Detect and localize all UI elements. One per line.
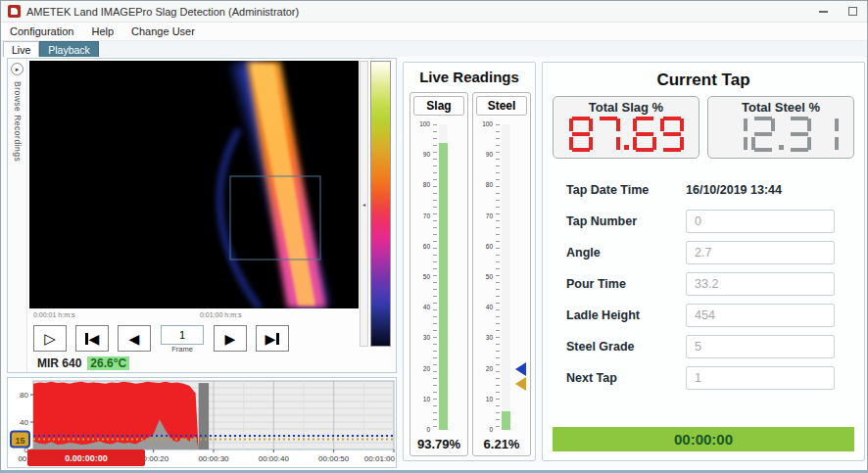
seven-seg-digit [569, 117, 593, 152]
scale-tick-label: 80 [412, 181, 430, 188]
app-logo-icon [8, 5, 21, 18]
steel-grade-input[interactable] [686, 335, 835, 358]
pour-time-input[interactable] [686, 272, 835, 296]
browse-recordings-strip[interactable]: ▸ Browse Recordings [8, 59, 27, 372]
jump-end-icon: ▶ [265, 331, 276, 347]
tap-number-input[interactable] [686, 210, 835, 233]
temperature-badge: 26.6°C [87, 356, 129, 370]
gauge-fill [502, 411, 510, 430]
frame-control: Frame [160, 325, 205, 354]
minimize-icon [819, 11, 828, 13]
svg-text:80: 80 [20, 391, 28, 400]
gauge-track [502, 124, 510, 430]
step-back-button[interactable]: ◀ [118, 325, 151, 352]
svg-text:0.00:00:00: 0.00:00:00 [65, 453, 108, 463]
frame-label: Frame [160, 345, 205, 354]
step-back-icon: ◀ [129, 331, 140, 347]
scale-tick-label: 40 [475, 304, 493, 310]
total-slag-label: Total Slag % [554, 100, 699, 115]
pour-time-label: Pour Time [566, 277, 626, 291]
seven-seg-digit [724, 117, 747, 152]
browse-recordings-label: Browse Recordings [13, 81, 23, 162]
scale-tick-label: 70 [475, 213, 493, 219]
current-tap-title: Current Tap [543, 71, 864, 90]
scale-tick-label: 80 [475, 181, 493, 188]
collapse-colorbar-strip[interactable]: ◂ [360, 61, 368, 347]
jump-start-icon: ◀ [89, 331, 100, 347]
jump-to-start-button[interactable]: ◀ [75, 325, 109, 352]
menu-help[interactable]: Help [82, 23, 122, 40]
ladle-height-label: Ladle Height [566, 308, 640, 322]
slag-trend-chart[interactable]: 0408000:00:0000:00:1000:00:2000:00:3000:… [7, 377, 397, 468]
threshold-marker-20[interactable] [515, 362, 526, 376]
threshold-marker-15[interactable] [515, 377, 526, 391]
maximize-icon [848, 7, 857, 16]
tap-number-label: Tap Number [566, 214, 637, 228]
tap-fields: Tap Date Time 16/10/2019 13:44 Tap Numbe… [543, 178, 864, 398]
play-button[interactable]: ▷ [33, 325, 67, 352]
tap-date-time-label: Tap Date Time [566, 183, 649, 197]
tab-live[interactable]: Live [3, 41, 39, 57]
total-slag-value [554, 115, 699, 154]
end-bar-icon [276, 333, 279, 345]
scale-tick-label: 0 [412, 426, 430, 433]
scale-tick-label: 90 [475, 151, 493, 158]
trend-chart-svg[interactable]: 0408000:00:0000:00:1000:00:2000:00:3000:… [8, 378, 396, 468]
menu-configuration[interactable]: Configuration [1, 23, 82, 40]
field-row-pour-time: Pour Time [543, 272, 864, 296]
gauge-marker-layer [512, 124, 528, 430]
next-tap-label: Next Tap [566, 371, 617, 385]
scale-tick-label: 30 [475, 334, 493, 341]
menu-bar: Configuration Help Change User [1, 23, 867, 41]
tab-playback[interactable]: Playback [39, 41, 99, 57]
app-window: AMETEK Land IMAGEPro Slag Detection (Adm… [0, 0, 868, 473]
scale-tick-label: 50 [475, 273, 493, 280]
play-icon: ▷ [44, 330, 56, 348]
field-row-tap-number: Tap Number [543, 210, 864, 233]
svg-text:00:00:30: 00:00:30 [198, 454, 229, 463]
tap-timer: 00:00:00 [553, 427, 854, 451]
steel-grade-label: Steel Grade [566, 340, 634, 354]
start-bar-icon [85, 333, 88, 345]
seven-seg-digit [633, 117, 656, 152]
scale-tick-label: 10 [475, 396, 493, 402]
scale-tick-label: 30 [412, 334, 430, 341]
totals-row: Total Slag % Total Steel % [553, 96, 854, 159]
scale-tick-label: 60 [475, 243, 493, 250]
field-row-angle: Angle [543, 241, 864, 264]
scale-tick-label: 100 [475, 120, 493, 127]
scale-tick-label: 70 [412, 213, 430, 219]
gauge-tick-strip [433, 124, 437, 430]
gauge-tick-strip [496, 124, 500, 430]
scale-tick-label: 0 [475, 426, 493, 433]
svg-text:00:00:50: 00:00:50 [318, 454, 350, 463]
angle-input[interactable] [686, 241, 835, 264]
minimize-button[interactable] [808, 2, 838, 22]
next-tap-input[interactable] [686, 366, 835, 390]
angle-label: Angle [566, 246, 601, 260]
step-forward-button[interactable]: ▶ [214, 325, 247, 352]
svg-text:00:00:40: 00:00:40 [259, 454, 290, 463]
total-steel-label: Total Steel % [708, 100, 853, 115]
live-readings-title: Live Readings [404, 69, 535, 85]
frame-input[interactable] [161, 325, 204, 345]
menu-change-user[interactable]: Change User [122, 23, 204, 40]
thermal-image[interactable] [29, 61, 359, 308]
scale-tick-label: 50 [412, 273, 430, 280]
seven-seg-digit [751, 117, 775, 152]
current-tap-panel: Current Tap Total Slag % Total Steel % T… [542, 62, 865, 461]
expand-arrow-icon[interactable]: ▸ [11, 63, 24, 75]
camera-name: MIR 640 [37, 356, 81, 370]
gauge-fill [439, 143, 448, 430]
gauge-scale-labels: 1009080706050403020100 [412, 124, 432, 430]
jump-to-end-button[interactable]: ▶ [256, 325, 289, 352]
svg-text:15: 15 [15, 436, 24, 446]
temperature-colorbar [370, 61, 391, 347]
scale-tick-label: 90 [412, 151, 430, 158]
seven-seg-dot [779, 145, 784, 150]
gauge-track [439, 124, 448, 430]
maximize-button[interactable] [838, 2, 867, 22]
scale-tick-label: 40 [412, 304, 430, 310]
field-row-ladle-height: Ladle Height [543, 304, 864, 327]
ladle-height-input[interactable] [686, 304, 835, 327]
